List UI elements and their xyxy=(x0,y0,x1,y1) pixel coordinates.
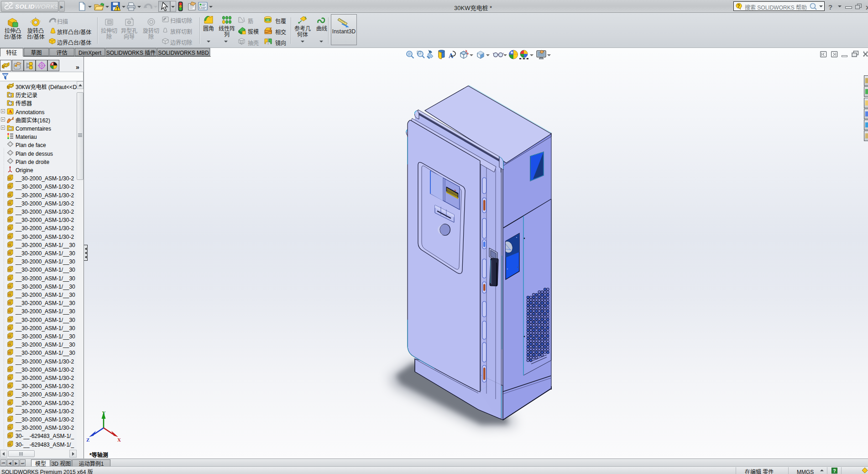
svg-text:A: A xyxy=(9,109,12,114)
svg-text:X: X xyxy=(117,437,121,442)
svg-text:Z: Z xyxy=(86,437,89,442)
svg-text:Y: Y xyxy=(102,410,106,416)
